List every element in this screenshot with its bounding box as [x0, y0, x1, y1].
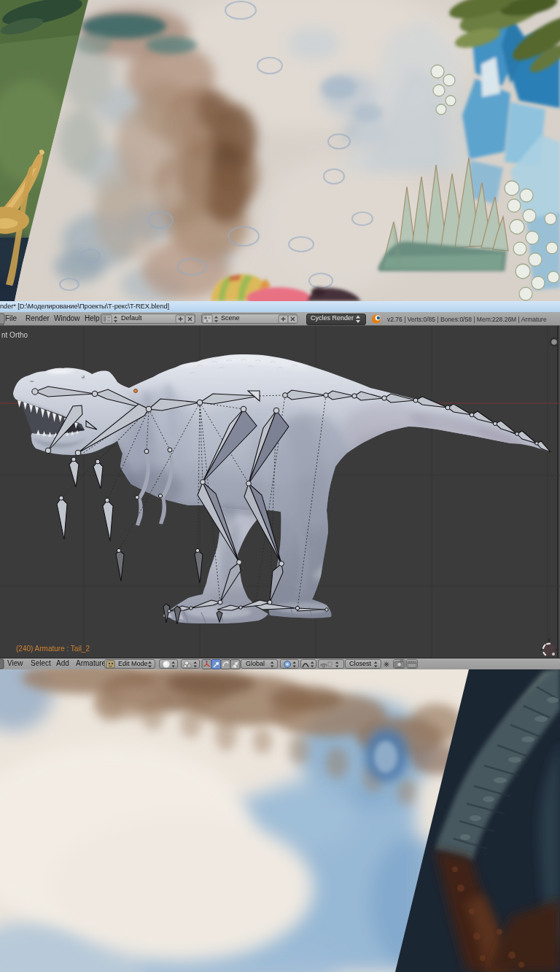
svg-text:(240) Armature : Tail_2: (240) Armature : Tail_2: [16, 645, 90, 653]
svg-text:nt Ortho: nt Ortho: [1, 331, 28, 339]
